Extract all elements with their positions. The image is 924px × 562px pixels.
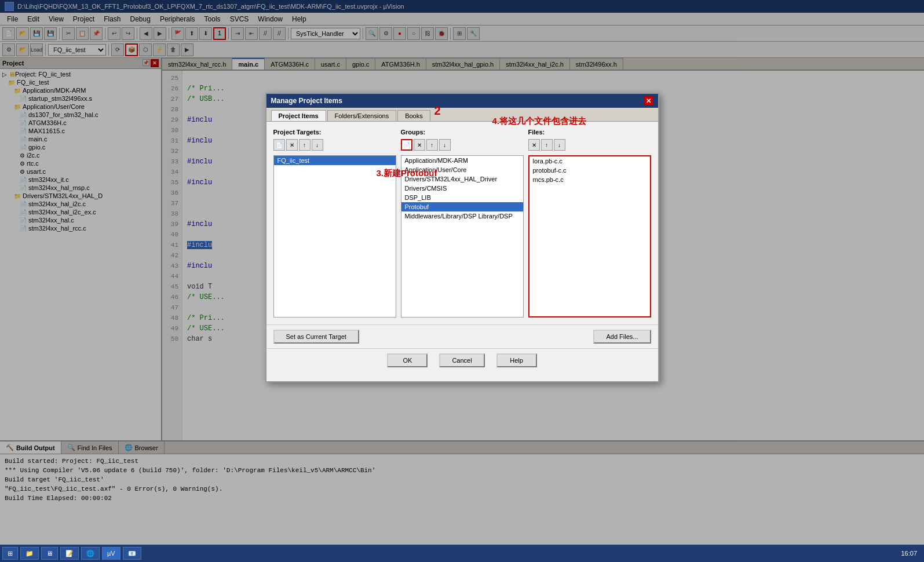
files-header: Files: <box>528 129 651 136</box>
groups-column: Groups: 📄 ✕ ↑ ↓ Application/MDK-ARM Appl… <box>401 129 524 318</box>
modal-tab-books[interactable]: Books <box>397 110 430 121</box>
group-item-protobuf[interactable]: Protobuf <box>401 202 523 211</box>
delete-target-btn[interactable]: ✕ <box>286 139 298 151</box>
taskbar-computer[interactable]: 🖥 <box>41 547 58 560</box>
taskbar: ⊞ 📁 🖥 📝 🌐 µV 📧 16:07 <box>0 545 924 562</box>
start-button[interactable]: ⊞ <box>2 547 18 560</box>
project-targets-column: Project Targets: 📄 ✕ ↑ ↓ FQ_iic_test <box>273 129 396 318</box>
help-btn[interactable]: Help <box>496 353 537 367</box>
modal-tab-project-items[interactable]: Project Items <box>271 110 326 121</box>
groups-toolbar: 📄 ✕ ↑ ↓ <box>401 139 524 151</box>
move-up-file-btn[interactable]: ↑ <box>541 139 553 151</box>
group-item[interactable]: Drivers/CMSIS <box>401 184 523 193</box>
file-item[interactable]: protobuf-c.c <box>529 166 650 175</box>
dialog-buttons: OK Cancel Help <box>266 348 658 372</box>
set-current-target-btn[interactable]: Set as Current Target <box>273 330 359 344</box>
modal-tabs: Project Items Folders/Extensions Books <box>266 108 658 122</box>
modal-overlay: Manage Project Items ✕ Project Items Fol… <box>0 0 924 562</box>
project-targets-header: Project Targets: <box>273 129 396 136</box>
delete-group-btn[interactable]: ✕ <box>414 139 425 151</box>
files-list[interactable]: lora.pb-c.c protobuf-c.c mcs.pb-c.c <box>528 155 651 318</box>
files-toolbar: ✕ ↑ ↓ <box>528 139 651 151</box>
file-item[interactable]: lora.pb-c.c <box>529 156 650 166</box>
manage-project-modal: Manage Project Items ✕ Project Items Fol… <box>265 93 659 382</box>
modal-footer: Set as Current Target Add Files... <box>266 324 658 348</box>
modal-close-btn[interactable]: ✕ <box>644 96 653 105</box>
project-targets-toolbar: 📄 ✕ ↑ ↓ <box>273 139 396 151</box>
delete-file-btn[interactable]: ✕ <box>528 139 540 151</box>
file-item[interactable]: mcs.pb-c.c <box>529 175 650 184</box>
move-up-group-btn[interactable]: ↑ <box>426 139 438 151</box>
taskbar-editor[interactable]: 📝 <box>60 547 79 560</box>
move-up-target-btn[interactable]: ↑ <box>299 139 311 151</box>
taskbar-browser[interactable]: 🌐 <box>81 547 100 560</box>
taskbar-folder[interactable]: 📁 <box>20 547 39 560</box>
add-files-btn[interactable]: Add Files... <box>593 330 651 344</box>
annotation-include: 4.将这几个文件包含进去 <box>492 116 587 127</box>
group-item[interactable]: Middlewares/Library/DSP Library/DSP <box>401 211 523 221</box>
groups-header: Groups: <box>401 129 524 136</box>
cancel-btn[interactable]: Cancel <box>439 353 484 367</box>
modal-tab-folders[interactable]: Folders/Extensions <box>327 110 397 121</box>
modal-body: Project Targets: 📄 ✕ ↑ ↓ FQ_iic_test Gro… <box>266 122 658 324</box>
modal-footer-left: Set as Current Target <box>273 330 359 344</box>
move-down-group-btn[interactable]: ↓ <box>439 139 451 151</box>
add-group-btn[interactable]: 📄 <box>401 139 412 151</box>
move-down-target-btn[interactable]: ↓ <box>312 139 323 151</box>
ok-btn[interactable]: OK <box>387 353 428 367</box>
taskbar-keil[interactable]: µV <box>102 547 120 560</box>
target-item[interactable]: FQ_iic_test <box>274 156 396 165</box>
modal-footer-right: Add Files... <box>593 330 651 344</box>
files-column: Files: ✕ ↑ ↓ lora.pb-c.c protobuf-c.c mc… <box>528 129 651 318</box>
group-item[interactable]: Application/MDK-ARM <box>401 156 523 165</box>
taskbar-clock: 16:07 <box>896 550 922 557</box>
group-item[interactable]: DSP_LIB <box>401 193 523 202</box>
add-target-btn[interactable]: 📄 <box>273 139 285 151</box>
annotation-2: 2 <box>434 104 441 118</box>
groups-list[interactable]: Application/MDK-ARM Application/User/Cor… <box>401 155 524 318</box>
move-down-file-btn[interactable]: ↓ <box>554 139 565 151</box>
taskbar-app2[interactable]: 📧 <box>123 547 141 560</box>
annotation-create: 3.新建Protobuf <box>377 168 437 179</box>
project-targets-list[interactable]: FQ_iic_test <box>273 155 396 318</box>
modal-title: Manage Project Items <box>271 97 342 105</box>
modal-title-bar: Manage Project Items ✕ <box>266 94 658 108</box>
